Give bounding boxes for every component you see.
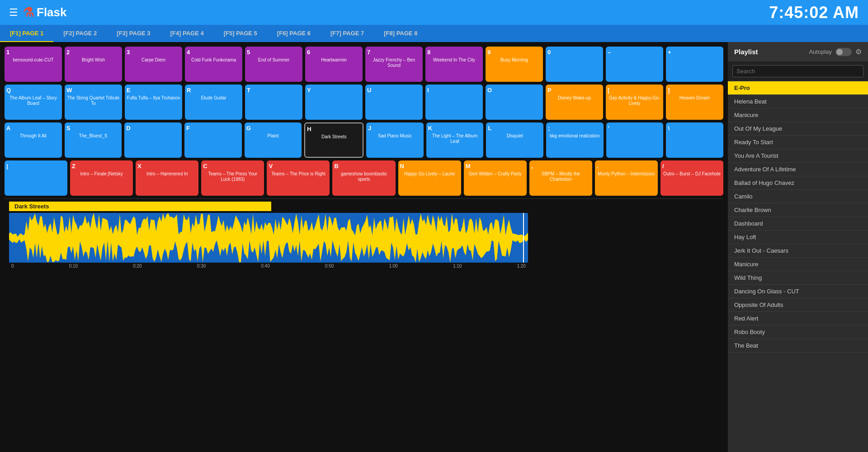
key-shortcut-label: / — [662, 163, 664, 170]
key-shortcut-label: M — [466, 163, 471, 170]
key-track-name: Sad Piano Music — [378, 133, 412, 139]
nav-tab[interactable]: [F2] PAGE 2 — [53, 25, 107, 42]
key-+[interactable]: + — [666, 47, 723, 82]
key-E[interactable]: EFufla Tufla – Ilya Truhanov — [125, 85, 182, 120]
playlist-item[interactable]: Dashboard — [728, 217, 868, 231]
key-N[interactable]: NHappy Go Lively – Laurie — [398, 160, 461, 196]
key-5[interactable]: 5End of Summer — [245, 47, 302, 82]
key-D[interactable]: D — [124, 122, 182, 158]
key-P[interactable]: PDisney Wake-up — [546, 85, 603, 120]
search-input[interactable] — [732, 65, 863, 77]
playlist-item[interactable]: Manicure — [728, 108, 868, 122]
nav-tab[interactable]: [F1] PAGE 1 — [0, 25, 53, 42]
key-9[interactable]: 9Busy Morning — [486, 47, 543, 82]
key-6[interactable]: 6Heartwarmin — [305, 47, 363, 82]
hamburger-icon[interactable]: ☰ — [9, 7, 18, 19]
key-shortcut-label: 4 — [187, 49, 190, 56]
key-shortcut-label: 1 — [6, 49, 9, 56]
nav-tab[interactable]: [F7] PAGE 7 — [321, 25, 374, 42]
playlist-item[interactable]: Red Alert — [728, 312, 868, 325]
key-K[interactable]: KThe Light – The Album Leaf — [426, 122, 484, 158]
playlist-item[interactable]: You Are A Tourist — [728, 149, 868, 163]
key-8[interactable]: 8Weekend In The City — [425, 47, 483, 82]
key-7[interactable]: 7Jazzy Frenchy – Ben Sound — [365, 47, 423, 82]
key-Q[interactable]: QThe Album Leaf – Story Board — [5, 85, 62, 120]
key-G[interactable]: GPlaint — [245, 122, 302, 158]
playlist-item[interactable]: E-Pro — [728, 81, 868, 95]
nav-tab[interactable]: [F5] PAGE 5 — [214, 25, 267, 42]
playlist-item[interactable]: Dancing On Glass - CUT — [728, 285, 868, 298]
key-'[interactable]: ' — [606, 122, 664, 158]
key-M[interactable]: MGert Wilden – Crafty Party — [464, 160, 527, 196]
key-Z[interactable]: ZIntro – Finale [Netsky — [70, 160, 133, 196]
key-shortcut-label: 9 — [487, 49, 491, 56]
nav-tab[interactable]: [F6] PAGE 6 — [267, 25, 321, 42]
key-shortcut-label: Y — [307, 87, 311, 94]
playlist-label: Playlist — [734, 48, 758, 56]
key-U[interactable]: U — [365, 85, 423, 120]
nav-tab[interactable]: [F4] PAGE 4 — [160, 25, 214, 42]
playlist-item[interactable]: Helena Beat — [728, 95, 868, 108]
autoplay-section: Autoplay ⚙ — [809, 47, 862, 56]
playlist-item[interactable]: Opposite Of Adults — [728, 298, 868, 312]
key-track-name: End of Summer — [258, 57, 289, 63]
key-F[interactable]: F — [184, 122, 242, 158]
playlist-item[interactable]: Out Of My League — [728, 122, 868, 136]
key-L[interactable]: LDisquiet — [486, 122, 543, 158]
key-J[interactable]: JSad Piano Music — [366, 122, 424, 158]
key-–[interactable]: – — [606, 47, 663, 82]
key-R[interactable]: REtude Guitar — [185, 85, 242, 120]
key-W[interactable]: WThe String Quartet Tribute To — [65, 85, 122, 120]
gear-icon[interactable]: ⚙ — [855, 47, 862, 56]
key-T[interactable]: T — [245, 85, 302, 120]
key-2[interactable]: 2Bright Wish — [65, 47, 122, 82]
key-1[interactable]: 1bensound-cute-CUT — [5, 47, 62, 82]
playlist-item[interactable]: Jerk It Out - Caesars — [728, 244, 868, 258]
key-S[interactable]: SThe_Bluest_S — [65, 122, 122, 158]
key-.[interactable]: .Monty Python – Intermission — [595, 160, 658, 196]
key-shortcut-label: ; — [548, 125, 550, 132]
sidebar: Playlist Autoplay ⚙ E-ProHelena BeatMani… — [728, 42, 868, 452]
key-B[interactable]: Bgameshow boombastic sports — [332, 160, 395, 196]
key-X[interactable]: XIntro – Hammered In — [136, 160, 198, 196]
key-C[interactable]: CTeams – The Press Your Luck (1983) — [201, 160, 264, 196]
playlist-item[interactable]: Hay Loft — [728, 231, 868, 244]
key-0[interactable]: 0 — [546, 47, 603, 82]
key-/[interactable]: /Outro – Burst – DJ Facehole — [660, 160, 723, 196]
playlist-item[interactable]: Ready To Start — [728, 136, 868, 149]
nav-tab[interactable]: [F3] PAGE 3 — [107, 25, 160, 42]
key-track-name: Weekend In The City — [433, 57, 475, 63]
key-3[interactable]: 3Carpe Diem — [125, 47, 182, 82]
key-shortcut-label: W — [66, 87, 72, 94]
key-track-name: Bright Wish — [82, 57, 105, 63]
key-H[interactable]: HDark Streets — [304, 122, 363, 158]
key-track-name: Teams – The Press Your Luck (1983) — [203, 171, 262, 183]
key-shortcut-label: E — [127, 87, 131, 94]
playlist-item[interactable]: Ballad of Hugo Chavez — [728, 176, 868, 190]
playlist-item[interactable]: Robo Booty — [728, 325, 868, 339]
timeline-marker: 0:20 — [133, 264, 142, 268]
key-V[interactable]: VTeams – The Price is Right — [267, 160, 330, 196]
header: ☰ ⚗ Flask 7:45:02 AM — [0, 0, 868, 25]
key-O[interactable]: O — [486, 85, 543, 120]
playlist-item[interactable]: Camilo — [728, 190, 868, 203]
nav-tab[interactable]: [F8] PAGE 8 — [374, 25, 427, 42]
key-][interactable]: ]Heaven Dream — [666, 85, 723, 120]
key-;[interactable]: ;bkg emotional realization — [546, 122, 604, 158]
key-,[interactable]: ,SBPM – Mostly the Charleston — [529, 160, 592, 196]
key-I[interactable]: I — [425, 85, 483, 120]
playlist-item[interactable]: Manicure — [728, 258, 868, 271]
autoplay-toggle[interactable] — [835, 48, 852, 56]
key-Y[interactable]: Y — [305, 85, 363, 120]
key-4[interactable]: 4Cold Funk Funkorama — [185, 47, 242, 82]
playlist-item[interactable]: Charlie Brown — [728, 203, 868, 217]
playlist-item[interactable]: Wild Thing — [728, 271, 868, 285]
waveform-area: Dark Streets 00:100:200:300:400:501:001:… — [5, 198, 723, 271]
key-\[interactable]: \ — [666, 122, 723, 158]
key-A[interactable]: AThrough It All — [5, 122, 62, 158]
key-|[interactable]: | — [5, 160, 67, 196]
playlist-item[interactable]: The Beat — [728, 339, 868, 353]
key-[[interactable]: [Gay Activity & Happy-Go-Lively — [606, 85, 663, 120]
playlist-item[interactable]: Adventure Of A Lifetime — [728, 163, 868, 176]
sidebar-header: Playlist Autoplay ⚙ — [728, 42, 868, 61]
